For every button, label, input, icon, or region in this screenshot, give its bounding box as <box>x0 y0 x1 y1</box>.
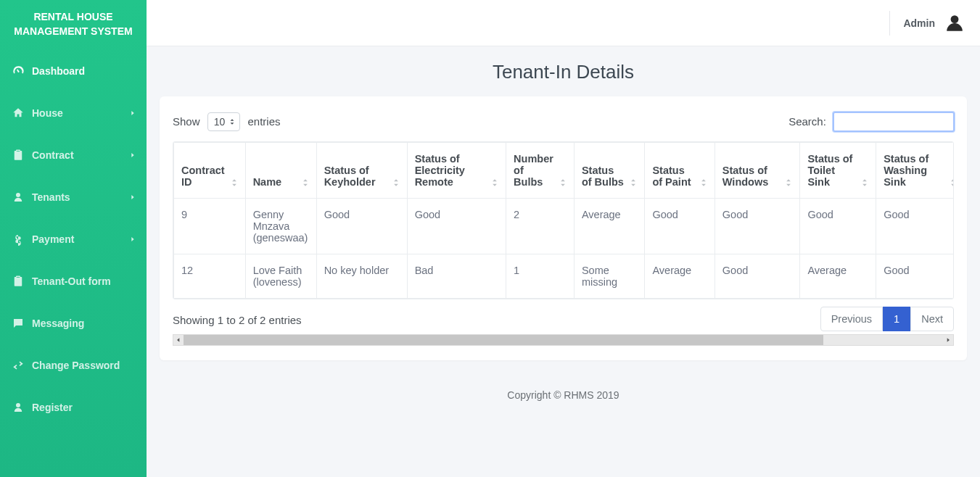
scroll-left-arrow[interactable] <box>173 335 184 345</box>
avatar-icon[interactable] <box>945 14 964 33</box>
sidebar: RENTAL HOUSE MANAGEMENT SYSTEM Dashboard… <box>0 0 147 477</box>
col-windows[interactable]: Status of Windows <box>715 143 800 199</box>
cell-toilet-sink: Good <box>800 199 876 254</box>
sort-icon <box>628 178 638 188</box>
col-num-bulbs[interactable]: Number of Bulbs <box>506 143 575 199</box>
cell-contract-id: 12 <box>174 254 246 299</box>
sort-icon <box>948 178 954 188</box>
cell-contract-id: 9 <box>174 199 246 254</box>
col-toilet-sink[interactable]: Status of Toilet Sink <box>800 143 876 199</box>
paginate-page-1[interactable]: 1 <box>883 307 910 331</box>
search-label: Search: <box>788 115 826 128</box>
table-row: 9 Genny Mnzava (geneswaa) Good Good 2 Av… <box>174 199 955 254</box>
dollar-icon <box>12 233 25 246</box>
home-icon <box>12 107 25 120</box>
sidebar-item-register[interactable]: Register <box>0 386 147 428</box>
cell-windows: Good <box>715 254 800 299</box>
chevron-right-icon <box>129 194 136 201</box>
topbar-divider <box>889 11 890 36</box>
sidebar-item-house[interactable]: House <box>0 92 147 134</box>
exchange-icon <box>12 359 25 372</box>
table-scroll: Contract ID Name Status of Keyholder <box>173 141 954 299</box>
sidebar-item-tenant-out[interactable]: Tenant-Out form <box>0 260 147 302</box>
topbar: Admin <box>147 0 980 46</box>
col-name[interactable]: Name <box>245 143 316 199</box>
sort-icon <box>699 178 709 188</box>
sidebar-item-contract[interactable]: Contract <box>0 134 147 176</box>
footer-copyright: Copyright © RHMS 2019 <box>147 360 980 415</box>
horizontal-scrollbar[interactable] <box>173 334 954 346</box>
sidebar-item-label: Contract <box>32 149 74 161</box>
sort-icon <box>860 178 870 188</box>
clipboard-icon <box>12 275 25 288</box>
search-control: Search: <box>788 112 954 131</box>
tenant-in-table: Contract ID Name Status of Keyholder <box>173 142 954 299</box>
sidebar-item-label: Messaging <box>32 318 84 329</box>
paginate-next[interactable]: Next <box>910 307 954 331</box>
cell-keyholder: No key holder <box>316 254 407 299</box>
col-washing-sink[interactable]: Status of Washing Sink <box>876 143 954 199</box>
length-select[interactable]: 10 <box>207 112 241 131</box>
cell-paint: Good <box>645 199 715 254</box>
cell-num-bulbs: 1 <box>506 254 575 299</box>
sidebar-item-label: Tenants <box>32 191 70 203</box>
cell-washing-sink: Good <box>876 199 954 254</box>
chevron-right-icon <box>129 152 136 159</box>
chevron-right-icon <box>129 236 136 243</box>
sort-icon <box>229 178 239 188</box>
pagination: Previous 1 Next <box>820 307 954 331</box>
scroll-thumb[interactable] <box>184 335 823 345</box>
sidebar-item-dashboard[interactable]: Dashboard <box>0 50 147 92</box>
cell-windows: Good <box>715 199 800 254</box>
sort-icon <box>558 178 568 188</box>
sort-icon <box>300 178 310 188</box>
sidebar-item-label: Register <box>32 402 73 413</box>
sidebar-nav: Dashboard House Contract Tenants Payment <box>0 50 147 428</box>
sidebar-item-label: Tenant-Out form <box>32 275 111 287</box>
sidebar-item-label: Change Password <box>32 360 120 371</box>
datatable-card: Show 10 entries Search: <box>160 96 967 360</box>
updown-icon <box>228 118 236 125</box>
col-paint[interactable]: Status of Paint <box>645 143 715 199</box>
cell-bulbs: Average <box>574 199 645 254</box>
length-value: 10 <box>214 116 226 128</box>
topbar-user-label[interactable]: Admin <box>903 17 935 29</box>
paginate-prev[interactable]: Previous <box>820 307 883 331</box>
user-icon <box>12 191 25 204</box>
cell-elec-remote: Good <box>407 199 506 254</box>
chevron-right-icon <box>129 109 136 117</box>
brand-title: RENTAL HOUSE MANAGEMENT SYSTEM <box>0 0 147 50</box>
cell-paint: Average <box>645 254 715 299</box>
tachometer-icon <box>12 65 25 78</box>
sidebar-item-change-password[interactable]: Change Password <box>0 344 147 386</box>
cell-elec-remote: Bad <box>407 254 506 299</box>
sidebar-item-label: House <box>32 107 63 119</box>
length-suffix: entries <box>247 115 280 128</box>
cell-keyholder: Good <box>316 199 407 254</box>
cell-bulbs: Some missing <box>574 254 645 299</box>
sort-icon <box>490 178 500 188</box>
sidebar-item-label: Payment <box>32 233 74 245</box>
sidebar-item-messaging[interactable]: Messaging <box>0 302 147 344</box>
cell-washing-sink: Good <box>876 254 954 299</box>
table-info: Showing 1 to 2 of 2 entries <box>173 307 302 326</box>
scroll-right-arrow[interactable] <box>943 335 953 345</box>
cell-name: Genny Mnzava (geneswaa) <box>245 199 316 254</box>
sort-icon <box>783 178 794 188</box>
main-area: Admin Tenant-In Details Show 10 entries … <box>147 0 980 477</box>
table-row: 12 Love Faith (loveness) No key holder B… <box>174 254 955 299</box>
col-bulbs[interactable]: Status of Bulbs <box>574 143 645 199</box>
cell-name: Love Faith (loveness) <box>245 254 316 299</box>
col-keyholder[interactable]: Status of Keyholder <box>316 143 407 199</box>
length-control: Show 10 entries <box>173 112 280 131</box>
cell-num-bulbs: 2 <box>506 199 575 254</box>
col-elec-remote[interactable]: Status of Electricity Remote <box>407 143 506 199</box>
chat-icon <box>12 317 25 330</box>
sidebar-item-tenants[interactable]: Tenants <box>0 176 147 218</box>
col-contract-id[interactable]: Contract ID <box>174 143 246 199</box>
clipboard-icon <box>12 149 25 162</box>
search-input[interactable] <box>833 112 954 131</box>
sidebar-item-payment[interactable]: Payment <box>0 218 147 260</box>
user-icon <box>12 401 25 414</box>
sidebar-item-label: Dashboard <box>32 65 85 77</box>
